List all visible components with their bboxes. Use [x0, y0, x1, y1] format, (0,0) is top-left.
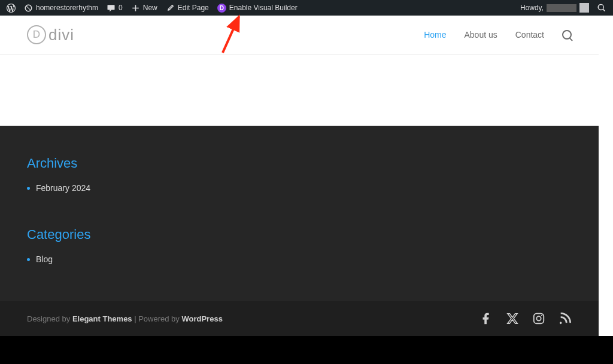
- nav-contact[interactable]: Contact: [515, 30, 544, 40]
- site-header: D divi Home About us Contact: [0, 16, 599, 54]
- svg-point-1: [536, 316, 541, 320]
- credits-powered-sep: | Powered by: [132, 314, 182, 323]
- admin-bar-left: homerestorerhythm 0 New Edit Page D Enab…: [2, 0, 302, 16]
- rss-icon[interactable]: [559, 312, 572, 325]
- logo-mark-icon: D: [27, 25, 46, 44]
- widget-archives-title: Archives: [27, 156, 572, 171]
- widget-categories-title: Categories: [27, 227, 572, 242]
- instagram-icon[interactable]: [532, 312, 545, 325]
- footer-widgets: Archives February 2024 Categories Blog: [0, 126, 599, 301]
- howdy-prefix: Howdy,: [520, 4, 544, 12]
- x-twitter-icon[interactable]: [506, 312, 519, 325]
- nav-about[interactable]: About us: [464, 30, 497, 40]
- archives-list: February 2024: [27, 182, 572, 194]
- bullet-icon: [27, 187, 30, 190]
- footer-bottom-bar: Designed by Elegant Themes | Powered by …: [0, 301, 599, 336]
- admin-search-button[interactable]: [593, 0, 611, 16]
- new-label: New: [143, 4, 157, 12]
- divi-badge-icon: D: [217, 4, 226, 13]
- page-body-empty: [0, 54, 599, 126]
- logo-text: divi: [48, 26, 74, 44]
- wp-logo-menu[interactable]: [2, 0, 20, 16]
- edit-page-menu[interactable]: Edit Page: [162, 0, 213, 16]
- comment-icon: [107, 4, 116, 13]
- header-search-icon[interactable]: [562, 30, 572, 40]
- new-content-menu[interactable]: New: [127, 0, 162, 16]
- enable-visual-builder-menu[interactable]: D Enable Visual Builder: [213, 0, 302, 16]
- widget-categories: Categories Blog: [27, 227, 572, 265]
- credits-wordpress-link[interactable]: WordPress: [181, 314, 222, 323]
- footer-social-icons: [480, 312, 572, 325]
- search-icon: [597, 4, 606, 13]
- comments-count: 0: [119, 4, 123, 12]
- plus-icon: [131, 4, 140, 13]
- primary-nav: Home About us Contact: [424, 30, 572, 40]
- dashboard-icon: [24, 4, 33, 13]
- site-content-area: D divi Home About us Contact Archives Fe…: [0, 16, 613, 336]
- wp-admin-bar: homerestorerhythm 0 New Edit Page D Enab…: [0, 0, 613, 16]
- edit-page-label: Edit Page: [178, 4, 209, 12]
- categories-item-label: Blog: [36, 254, 53, 264]
- wordpress-icon: [7, 4, 16, 13]
- list-item[interactable]: February 2024: [27, 182, 572, 194]
- svg-point-2: [541, 315, 542, 316]
- site-name-menu[interactable]: homerestorerhythm: [20, 0, 102, 16]
- credits-designed-prefix: Designed by: [27, 314, 72, 323]
- widget-archives: Archives February 2024: [27, 156, 572, 194]
- site-name-label: homerestorerhythm: [36, 4, 98, 12]
- comments-menu[interactable]: 0: [102, 0, 127, 16]
- credits-elegant-link[interactable]: Elegant Themes: [72, 314, 132, 323]
- visual-builder-label: Enable Visual Builder: [229, 4, 298, 12]
- howdy-username-redacted: [547, 4, 576, 12]
- admin-bar-right: Howdy,: [516, 0, 611, 16]
- footer-credits: Designed by Elegant Themes | Powered by …: [27, 314, 223, 323]
- site-logo[interactable]: D divi: [27, 25, 74, 44]
- list-item[interactable]: Blog: [27, 253, 572, 265]
- nav-home[interactable]: Home: [424, 30, 446, 40]
- facebook-icon[interactable]: [480, 312, 493, 325]
- bullet-icon: [27, 258, 30, 261]
- pencil-icon: [166, 4, 175, 13]
- avatar: [579, 3, 589, 13]
- howdy-account-menu[interactable]: Howdy,: [516, 0, 593, 16]
- archives-item-label: February 2024: [36, 183, 90, 193]
- categories-list: Blog: [27, 253, 572, 265]
